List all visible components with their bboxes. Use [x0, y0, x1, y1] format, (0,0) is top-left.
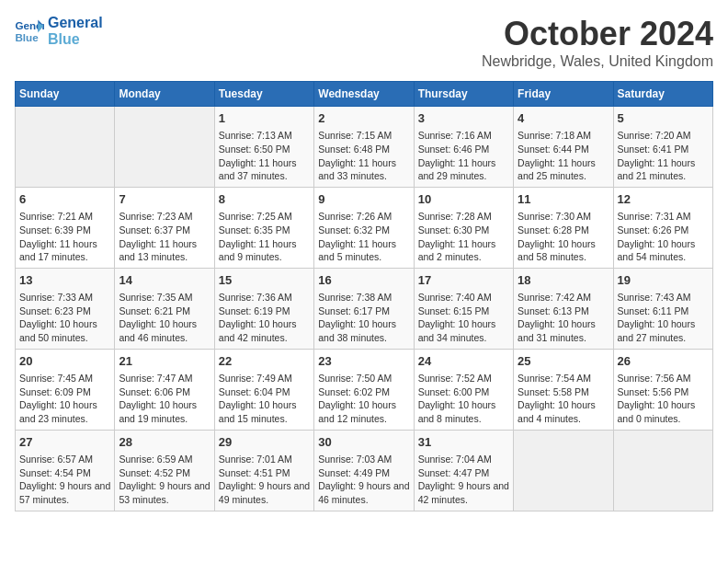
header-day-thursday: Thursday	[414, 82, 513, 107]
calendar-cell: 8Sunrise: 7:25 AM Sunset: 6:35 PM Daylig…	[214, 187, 313, 268]
day-info: Sunrise: 7:15 AM Sunset: 6:48 PM Dayligh…	[318, 129, 409, 183]
page-header: General Blue General Blue October 2024 N…	[15, 15, 713, 70]
day-number: 2	[318, 110, 409, 127]
day-info: Sunrise: 7:36 AM Sunset: 6:19 PM Dayligh…	[219, 291, 310, 345]
calendar-cell	[613, 430, 712, 511]
day-info: Sunrise: 7:28 AM Sunset: 6:30 PM Dayligh…	[418, 210, 509, 264]
day-number: 20	[19, 353, 110, 370]
day-number: 1	[219, 110, 310, 127]
day-number: 16	[318, 272, 409, 289]
calendar-cell: 3Sunrise: 7:16 AM Sunset: 6:46 PM Daylig…	[414, 107, 513, 188]
calendar-cell: 5Sunrise: 7:20 AM Sunset: 6:41 PM Daylig…	[613, 107, 712, 188]
day-info: Sunrise: 7:13 AM Sunset: 6:50 PM Dayligh…	[219, 129, 310, 183]
day-number: 17	[418, 272, 509, 289]
logo-line1: General	[48, 15, 103, 31]
header-day-monday: Monday	[115, 82, 214, 107]
day-number: 6	[19, 191, 110, 208]
day-number: 23	[318, 353, 409, 370]
day-number: 5	[618, 110, 709, 127]
day-info: Sunrise: 7:01 AM Sunset: 4:51 PM Dayligh…	[219, 453, 310, 507]
day-number: 9	[318, 191, 409, 208]
day-info: Sunrise: 6:59 AM Sunset: 4:52 PM Dayligh…	[119, 453, 210, 507]
day-number: 3	[418, 110, 509, 127]
day-number: 18	[518, 272, 609, 289]
calendar-cell: 15Sunrise: 7:36 AM Sunset: 6:19 PM Dayli…	[214, 268, 313, 349]
calendar-cell: 30Sunrise: 7:03 AM Sunset: 4:49 PM Dayli…	[314, 430, 414, 511]
day-number: 26	[618, 353, 709, 370]
day-info: Sunrise: 7:50 AM Sunset: 6:02 PM Dayligh…	[318, 372, 409, 426]
calendar-cell: 16Sunrise: 7:38 AM Sunset: 6:17 PM Dayli…	[314, 268, 414, 349]
day-info: Sunrise: 7:52 AM Sunset: 6:00 PM Dayligh…	[418, 372, 509, 426]
location-subtitle: Newbridge, Wales, United Kingdom	[482, 53, 713, 70]
day-number: 19	[618, 272, 709, 289]
day-number: 30	[318, 434, 409, 451]
calendar-cell: 31Sunrise: 7:04 AM Sunset: 4:47 PM Dayli…	[414, 430, 513, 511]
calendar-cell: 9Sunrise: 7:26 AM Sunset: 6:32 PM Daylig…	[314, 187, 414, 268]
day-number: 10	[418, 191, 509, 208]
day-info: Sunrise: 7:18 AM Sunset: 6:44 PM Dayligh…	[518, 129, 609, 183]
day-info: Sunrise: 7:04 AM Sunset: 4:47 PM Dayligh…	[418, 453, 509, 507]
month-title: October 2024	[482, 15, 713, 53]
day-info: Sunrise: 7:23 AM Sunset: 6:37 PM Dayligh…	[119, 210, 210, 264]
logo-line2: Blue	[48, 31, 103, 48]
day-info: Sunrise: 7:26 AM Sunset: 6:32 PM Dayligh…	[318, 210, 409, 264]
calendar-cell	[16, 107, 115, 188]
calendar-cell: 24Sunrise: 7:52 AM Sunset: 6:00 PM Dayli…	[414, 349, 513, 430]
calendar-cell: 17Sunrise: 7:40 AM Sunset: 6:15 PM Dayli…	[414, 268, 513, 349]
day-number: 22	[219, 353, 310, 370]
day-info: Sunrise: 7:35 AM Sunset: 6:21 PM Dayligh…	[119, 291, 210, 345]
calendar-cell: 27Sunrise: 6:57 AM Sunset: 4:54 PM Dayli…	[16, 430, 115, 511]
calendar-cell: 7Sunrise: 7:23 AM Sunset: 6:37 PM Daylig…	[115, 187, 214, 268]
day-info: Sunrise: 7:45 AM Sunset: 6:09 PM Dayligh…	[19, 372, 110, 426]
calendar-body: 1Sunrise: 7:13 AM Sunset: 6:50 PM Daylig…	[16, 107, 713, 511]
header-day-friday: Friday	[514, 82, 613, 107]
logo-icon: General Blue	[15, 18, 44, 44]
day-info: Sunrise: 7:54 AM Sunset: 5:58 PM Dayligh…	[518, 372, 609, 426]
header-row: SundayMondayTuesdayWednesdayThursdayFrid…	[16, 82, 713, 107]
day-info: Sunrise: 7:21 AM Sunset: 6:39 PM Dayligh…	[19, 210, 110, 264]
day-info: Sunrise: 7:31 AM Sunset: 6:26 PM Dayligh…	[618, 210, 709, 264]
calendar-week-3: 13Sunrise: 7:33 AM Sunset: 6:23 PM Dayli…	[16, 268, 713, 349]
calendar-header: SundayMondayTuesdayWednesdayThursdayFrid…	[16, 82, 713, 107]
day-number: 15	[219, 272, 310, 289]
day-number: 29	[219, 434, 310, 451]
day-info: Sunrise: 6:57 AM Sunset: 4:54 PM Dayligh…	[19, 453, 110, 507]
calendar-week-1: 1Sunrise: 7:13 AM Sunset: 6:50 PM Daylig…	[16, 107, 713, 188]
calendar-cell: 29Sunrise: 7:01 AM Sunset: 4:51 PM Dayli…	[214, 430, 313, 511]
day-number: 4	[518, 110, 609, 127]
calendar-cell: 2Sunrise: 7:15 AM Sunset: 6:48 PM Daylig…	[314, 107, 414, 188]
day-number: 28	[119, 434, 210, 451]
day-info: Sunrise: 7:33 AM Sunset: 6:23 PM Dayligh…	[19, 291, 110, 345]
calendar-cell: 10Sunrise: 7:28 AM Sunset: 6:30 PM Dayli…	[414, 187, 513, 268]
calendar-week-5: 27Sunrise: 6:57 AM Sunset: 4:54 PM Dayli…	[16, 430, 713, 511]
header-day-tuesday: Tuesday	[214, 82, 313, 107]
calendar-cell: 18Sunrise: 7:42 AM Sunset: 6:13 PM Dayli…	[514, 268, 613, 349]
calendar-cell: 26Sunrise: 7:56 AM Sunset: 5:56 PM Dayli…	[613, 349, 712, 430]
day-info: Sunrise: 7:40 AM Sunset: 6:15 PM Dayligh…	[418, 291, 509, 345]
calendar-cell	[115, 107, 214, 188]
logo: General Blue General Blue	[15, 15, 103, 47]
day-info: Sunrise: 7:38 AM Sunset: 6:17 PM Dayligh…	[318, 291, 409, 345]
day-number: 27	[19, 434, 110, 451]
day-number: 25	[518, 353, 609, 370]
day-info: Sunrise: 7:43 AM Sunset: 6:11 PM Dayligh…	[618, 291, 709, 345]
day-number: 31	[418, 434, 509, 451]
day-info: Sunrise: 7:20 AM Sunset: 6:41 PM Dayligh…	[618, 129, 709, 183]
calendar-cell: 19Sunrise: 7:43 AM Sunset: 6:11 PM Dayli…	[613, 268, 712, 349]
title-section: October 2024 Newbridge, Wales, United Ki…	[482, 15, 713, 70]
day-info: Sunrise: 7:49 AM Sunset: 6:04 PM Dayligh…	[219, 372, 310, 426]
day-number: 21	[119, 353, 210, 370]
header-day-sunday: Sunday	[16, 82, 115, 107]
calendar-cell: 20Sunrise: 7:45 AM Sunset: 6:09 PM Dayli…	[16, 349, 115, 430]
calendar-cell: 25Sunrise: 7:54 AM Sunset: 5:58 PM Dayli…	[514, 349, 613, 430]
calendar-cell	[514, 430, 613, 511]
calendar-cell: 1Sunrise: 7:13 AM Sunset: 6:50 PM Daylig…	[214, 107, 313, 188]
svg-text:Blue: Blue	[15, 30, 39, 42]
day-info: Sunrise: 7:16 AM Sunset: 6:46 PM Dayligh…	[418, 129, 509, 183]
calendar-cell: 4Sunrise: 7:18 AM Sunset: 6:44 PM Daylig…	[514, 107, 613, 188]
day-info: Sunrise: 7:42 AM Sunset: 6:13 PM Dayligh…	[518, 291, 609, 345]
day-number: 7	[119, 191, 210, 208]
calendar-week-4: 20Sunrise: 7:45 AM Sunset: 6:09 PM Dayli…	[16, 349, 713, 430]
calendar-cell: 22Sunrise: 7:49 AM Sunset: 6:04 PM Dayli…	[214, 349, 313, 430]
calendar-cell: 14Sunrise: 7:35 AM Sunset: 6:21 PM Dayli…	[115, 268, 214, 349]
